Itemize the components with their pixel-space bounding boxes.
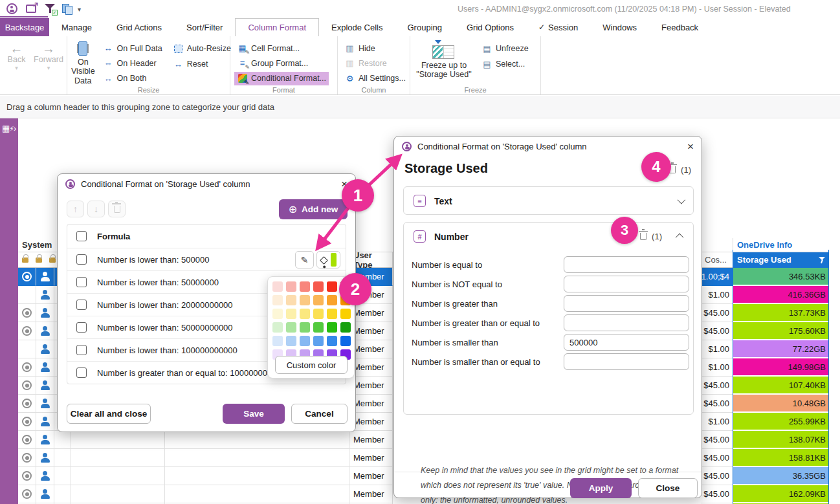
forward-button[interactable]: → Forward ▾ (34, 39, 63, 85)
tab-windows[interactable]: Windows (590, 18, 649, 36)
filter-check-icon[interactable]: ✓ (45, 4, 56, 17)
tab-explode-cells[interactable]: Explode Cells (319, 18, 395, 36)
cell-extra[interactable] (54, 431, 71, 449)
tab-grouping[interactable]: Grouping (395, 18, 454, 36)
cell-extra[interactable] (54, 449, 71, 467)
tab-grid-actions[interactable]: Grid Actions (104, 18, 174, 36)
cell-cost[interactable]: $45.00 (701, 449, 733, 467)
cell-storage-used[interactable]: 346.53KB (733, 268, 829, 286)
cell-signin-status[interactable] (18, 286, 36, 304)
color-swatch[interactable] (327, 309, 337, 319)
filter-funnel-icon[interactable] (819, 256, 826, 264)
group-header-onedrive-info[interactable]: OneDrive Info (733, 238, 829, 252)
cell-user-type[interactable]: Member (349, 413, 393, 431)
restore-column-button[interactable]: ▥Restore (342, 56, 408, 70)
cell-cost[interactable]: $45.00 (701, 467, 733, 485)
color-swatch[interactable] (313, 281, 324, 292)
cell-storage-used[interactable]: 137.73KB (733, 304, 829, 322)
grid-sidebar[interactable]: ▦⚡› (0, 118, 18, 504)
color-swatch[interactable] (300, 295, 310, 305)
tab-sort-filter[interactable]: Sort/Filter (174, 18, 235, 36)
cell-signin-status[interactable] (18, 340, 36, 358)
close-button[interactable]: Close (638, 478, 698, 498)
cell-cost[interactable]: $45.00 (701, 395, 733, 413)
cell-cost[interactable]: $1.00 (701, 358, 733, 377)
color-swatch[interactable] (327, 336, 337, 346)
number-filter-input[interactable] (564, 334, 689, 351)
cell-signin-status[interactable] (18, 467, 36, 485)
formula-checkbox[interactable] (76, 367, 87, 378)
formula-checkbox[interactable] (76, 345, 87, 355)
clear-all-and-close-button[interactable]: Clear all and close (67, 404, 151, 424)
color-swatch[interactable] (286, 336, 296, 346)
cell-signin-status[interactable] (18, 431, 36, 449)
cell-storage-used[interactable]: 77.22GB (733, 340, 829, 358)
cell-user-icon[interactable] (36, 449, 54, 467)
cell-format-button[interactable]: ▦Cell Format... (234, 41, 329, 55)
color-swatch[interactable] (340, 309, 351, 319)
number-chevron-up-icon[interactable] (676, 234, 684, 242)
tab-manage[interactable]: Manage (49, 18, 104, 36)
cell-signin-status[interactable] (18, 395, 36, 413)
cell-cost[interactable]: 1.00;$4 (701, 268, 733, 286)
cell-user-icon[interactable] (36, 431, 54, 449)
right-dialog-close-icon[interactable]: × (687, 141, 694, 152)
formula-checkbox[interactable] (76, 254, 87, 265)
cell-user-icon[interactable] (36, 286, 54, 304)
column-header-cost[interactable]: Cos... (701, 252, 733, 268)
color-swatch[interactable] (340, 336, 351, 346)
column-header-user-type[interactable]: User Type (349, 252, 393, 268)
freeze-up-to-button[interactable]: Freeze up to"Storage Used" (414, 39, 474, 85)
tab-grid-options[interactable]: Grid Options (454, 18, 526, 36)
cell-username[interactable] (165, 467, 349, 485)
cell-cost[interactable]: $1.00 (701, 413, 733, 431)
cell-cost[interactable]: $45.00 (701, 322, 733, 340)
cell-user-display-name[interactable] (71, 449, 165, 467)
color-swatch[interactable] (286, 322, 296, 333)
cell-user-type[interactable]: Member (349, 395, 393, 413)
color-swatch[interactable] (300, 322, 310, 333)
color-swatch[interactable] (313, 309, 324, 319)
all-settings-button[interactable]: ⚙All Settings... (342, 72, 408, 85)
cell-user-display-name[interactable] (71, 467, 165, 485)
cell-storage-used[interactable]: 107.40KB (733, 377, 829, 395)
export-icon[interactable] (26, 4, 36, 16)
cell-user-type[interactable]: Member (349, 322, 393, 340)
tab-backstage[interactable]: Backstage (0, 18, 49, 36)
cell-user-type[interactable]: Member (349, 340, 393, 358)
edit-formula-pencil-button[interactable]: ✎ (295, 251, 314, 268)
cell-user-display-name[interactable] (71, 431, 165, 449)
text-section[interactable]: ≡ Text (403, 186, 694, 215)
cell-extra[interactable] (54, 485, 71, 503)
cell-user-type[interactable]: Member (349, 304, 393, 322)
grouping-zone[interactable]: Drag a column header to this grouping zo… (0, 96, 840, 118)
formula-checkbox[interactable] (76, 322, 87, 333)
cell-user-display-name[interactable] (71, 485, 165, 503)
back-button[interactable]: ← Back ▾ (4, 39, 29, 85)
color-swatch[interactable] (327, 322, 337, 333)
cell-storage-used[interactable]: 162.09KB (733, 485, 829, 503)
on-both-button[interactable]: ↔On Both (100, 72, 165, 85)
conditional-format-button[interactable]: Conditional Format... (234, 72, 329, 85)
cell-user-icon[interactable] (36, 395, 54, 413)
cell-signin-status[interactable] (18, 304, 36, 322)
cell-user-icon[interactable] (36, 413, 54, 431)
select-freeze-button[interactable]: ▤Select... (479, 57, 531, 71)
clear-number-filters-icon[interactable] (640, 233, 647, 240)
group-format-button[interactable]: ≡Group Format... (234, 56, 329, 70)
color-swatch[interactable] (272, 309, 283, 319)
color-swatch[interactable] (313, 295, 324, 305)
cell-user-type[interactable]: Member (349, 467, 393, 485)
cell-storage-used[interactable]: 416.36GB (733, 286, 829, 304)
number-filter-input[interactable] (564, 276, 689, 292)
color-swatch[interactable] (300, 309, 310, 319)
copy-windows-icon[interactable] (62, 4, 72, 16)
move-down-button[interactable]: ↓ (87, 201, 105, 217)
color-swatch[interactable] (286, 309, 296, 319)
cell-extra[interactable] (54, 467, 71, 485)
color-swatch[interactable] (313, 336, 324, 346)
cell-storage-used[interactable]: 158.81KB (733, 449, 829, 467)
color-swatch[interactable] (286, 295, 296, 305)
number-filter-input[interactable] (564, 314, 689, 331)
cell-user-icon[interactable] (36, 304, 54, 322)
